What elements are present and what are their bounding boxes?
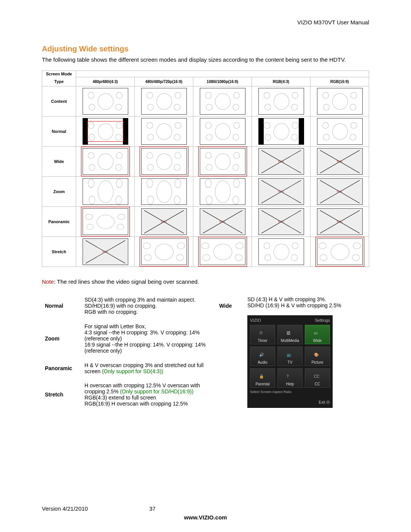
page-footer: Version 4/21/2010 37 www.VIZIO.com: [42, 505, 369, 521]
osd-icon: ▭: [314, 331, 321, 338]
note-text: : The red lines show the video signal be…: [54, 278, 199, 285]
osd-icon: 🔊: [259, 353, 266, 359]
note-line: Note: The red lines show the video signa…: [42, 278, 369, 285]
section-intro: The following table shows the different …: [42, 56, 369, 63]
osd-item-label: Parental: [255, 382, 269, 386]
footer-version: Version 4/21/2010: [42, 505, 88, 512]
col-head: 1080i/1080p(16:9): [193, 77, 252, 86]
section-title: Adjusting Wide settings: [42, 45, 369, 53]
osd-icon: 🖼: [287, 331, 293, 338]
osd-subtitle: Select Screen Aspect Ratio: [250, 390, 330, 394]
osd-icon: ?: [287, 374, 293, 381]
osd-item-parental[interactable]: 🔒Parental: [250, 368, 275, 388]
osd-item-multimedia[interactable]: 🖼MultiMedia: [277, 325, 303, 344]
desc-label-panoramic: Panoramic: [43, 359, 81, 378]
desc-label-wide: Wide: [217, 293, 244, 319]
desc-text-zoom: For signal with Letter Box, 4:3 signal -…: [82, 320, 216, 358]
osd-item-help[interactable]: ?Help: [277, 368, 303, 388]
osd-item-timer[interactable]: ⏱Timer: [250, 325, 275, 344]
osd-icon: 🎨: [314, 353, 321, 359]
col-head: RGB(16:9): [311, 77, 369, 86]
osd-item-label: Timer: [258, 339, 267, 343]
row-label: Content: [42, 86, 76, 116]
row-label: Panoramic: [42, 206, 76, 236]
osd-item-label: TV: [288, 360, 293, 364]
row-label: Normal: [42, 116, 76, 146]
osd-icon: 📺: [287, 353, 293, 359]
desc-text-stretch: H overscan with cropping 12.5% V oversca…: [82, 379, 216, 411]
osd-top-right: Settings: [315, 318, 330, 323]
osd-item-tv[interactable]: 📺TV: [277, 347, 303, 366]
row-label: Wide: [42, 146, 76, 176]
col-head: RGB(4:3): [252, 77, 311, 86]
osd-item-label: MultiMedia: [281, 339, 299, 343]
description-table: Normal SD(4:3) with cropping 3% and main…: [42, 292, 369, 412]
osd-item-audio[interactable]: 🔊Audio: [250, 347, 275, 366]
osd-exit: Exit ⓔ: [250, 400, 330, 405]
osd-item-wide[interactable]: ▭Wide: [305, 325, 330, 344]
desc-text-wide: SD (4:3) H & V with cropping 3%. SD/HD (…: [247, 296, 366, 308]
desc-label-stretch: Stretch: [43, 379, 81, 411]
desc-label-normal: Normal: [43, 293, 81, 319]
osd-icon: ⏱: [259, 331, 266, 338]
row-label: Stretch: [42, 236, 76, 267]
osd-icon: CC: [314, 374, 321, 381]
osd-item-label: CC: [315, 382, 320, 386]
desc-text-normal: SD(4:3) with cropping 3% and maintain as…: [82, 293, 216, 319]
osd-item-label: Help: [286, 382, 294, 386]
osd-item-picture[interactable]: 🎨Picture: [305, 347, 330, 366]
note-word: Note: [42, 278, 54, 285]
doc-header: VIZIO M370VT User Manual: [42, 19, 369, 26]
footer-page: 37: [149, 505, 156, 512]
row-label: Zoom: [42, 176, 76, 206]
osd-icon: 🔒: [259, 374, 266, 381]
col-head: 480p/480i(4:3): [76, 77, 135, 86]
osd-item-label: Wide: [313, 339, 322, 343]
footer-site: www.VIZIO.com: [42, 514, 369, 521]
desc-text-panoramic: H & V overscan cropping 3% and stretched…: [82, 359, 216, 378]
osd-panel: VIZIO Settings ⏱Timer🖼MultiMedia▭Wide🔊Au…: [247, 315, 333, 408]
col-head: 480i/480p/720p(16:9): [135, 77, 193, 86]
corner-bottom: Type: [42, 77, 76, 86]
osd-item-label: Audio: [258, 360, 268, 364]
osd-brand: VIZIO: [250, 318, 261, 323]
corner-top: Screen Mode: [42, 71, 76, 77]
osd-item-cc[interactable]: CCCC: [305, 368, 330, 388]
screen-mode-table: Screen Mode Type 480p/480i(4:3) 480i/480…: [42, 70, 369, 267]
osd-item-label: Picture: [311, 360, 323, 364]
desc-label-zoom: Zoom: [43, 320, 81, 358]
